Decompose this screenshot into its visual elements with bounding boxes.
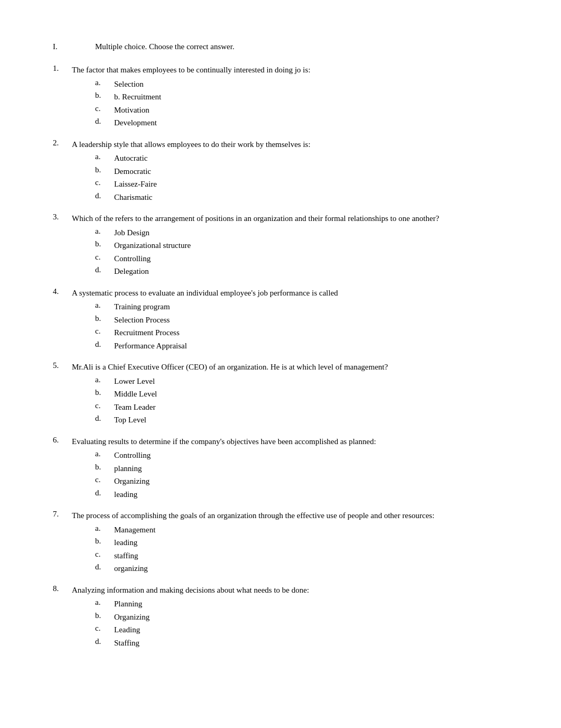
question-8-options: a.Planningb.Organizingc.Leadingd.Staffin… <box>95 598 519 649</box>
question-5-option-3-text: Team Leader <box>114 401 155 413</box>
question-8: 8.Analyzing information and making decis… <box>53 584 519 649</box>
question-8-option-2-letter: b. <box>95 611 114 620</box>
question-7-number: 7. <box>53 510 72 519</box>
section-label: I. <box>53 42 95 51</box>
question-6-number: 6. <box>53 436 72 445</box>
question-7-option-2-letter: b. <box>95 537 114 546</box>
question-6-row: 6.Evaluating results to determine if the… <box>53 436 519 448</box>
question-3-option-1: a.Job Design <box>95 227 519 239</box>
question-4-option-4: d.Performance Appraisal <box>95 340 519 352</box>
question-8-option-4-text: Staffing <box>114 637 139 649</box>
question-3-option-4: d.Delegation <box>95 265 519 278</box>
question-1: 1.The factor that makes employees to be … <box>53 64 519 129</box>
question-2-option-4: d.Charismatic <box>95 191 519 204</box>
question-5-option-1-letter: a. <box>95 375 114 384</box>
question-3-option-2-letter: b. <box>95 239 114 248</box>
question-5-row: 5.Mr.Ali is a Chief Executive Officer (C… <box>53 361 519 373</box>
question-7-option-4: d.organizing <box>95 563 519 575</box>
question-2-row: 2.A leadership style that allows employe… <box>53 139 519 151</box>
question-4-row: 4.A systematic process to evaluate an in… <box>53 287 519 299</box>
question-2-option-2-letter: b. <box>95 165 114 174</box>
question-2-option-1-text: Autocratic <box>114 152 147 164</box>
question-1-option-1-text: Selection <box>114 78 144 90</box>
question-3-option-3-text: Controlling <box>114 253 151 265</box>
question-7-option-4-letter: d. <box>95 563 114 572</box>
question-8-option-3-letter: c. <box>95 624 114 633</box>
question-3-option-4-text: Delegation <box>114 265 149 278</box>
question-6: 6.Evaluating results to determine if the… <box>53 436 519 501</box>
question-4-option-1: a.Training program <box>95 301 519 313</box>
question-6-option-1: a.Controlling <box>95 449 519 462</box>
question-8-row: 8.Analyzing information and making decis… <box>53 584 519 596</box>
question-8-option-4-letter: d. <box>95 637 114 646</box>
question-7-option-3: c.staffing <box>95 550 519 562</box>
question-5: 5.Mr.Ali is a Chief Executive Officer (C… <box>53 361 519 426</box>
question-7-options: a.Managementb.leadingc.staffingd.organiz… <box>95 524 519 575</box>
question-3-option-4-letter: d. <box>95 265 114 274</box>
question-7-option-3-text: staffing <box>114 550 138 562</box>
question-6-option-1-text: Controlling <box>114 449 151 462</box>
question-1-option-2: b.b. Recruitment <box>95 91 519 103</box>
question-5-text: Mr.Ali is a Chief Executive Officer (CEO… <box>72 361 388 373</box>
question-8-option-2-text: Organizing <box>114 611 149 623</box>
question-5-options: a.Lower Levelb.Middle Levelc.Team Leader… <box>95 375 519 426</box>
question-3-option-3: c.Controlling <box>95 253 519 265</box>
question-6-option-4-text: leading <box>114 489 137 501</box>
question-1-option-4: d.Development <box>95 117 519 129</box>
questions-container: 1.The factor that makes employees to be … <box>53 64 519 649</box>
question-4-option-4-text: Performance Appraisal <box>114 340 187 352</box>
question-4-option-1-letter: a. <box>95 301 114 310</box>
question-2-option-1: a.Autocratic <box>95 152 519 164</box>
question-6-option-3: c.Organizing <box>95 475 519 487</box>
question-7-option-1-text: Management <box>114 524 155 536</box>
question-8-option-4: d.Staffing <box>95 637 519 649</box>
question-5-option-2-letter: b. <box>95 388 114 397</box>
question-5-option-4: d.Top Level <box>95 414 519 426</box>
question-4-option-3-letter: c. <box>95 327 114 336</box>
question-4-options: a.Training programb.Selection Processc.R… <box>95 301 519 352</box>
question-2-options: a.Autocraticb.Democraticc.Laissez-Faired… <box>95 152 519 203</box>
question-3-option-2-text: Organizational structure <box>114 239 191 252</box>
question-4-text: A systematic process to evaluate an indi… <box>72 287 338 299</box>
question-3-number: 3. <box>53 213 72 222</box>
question-4-option-2: b.Selection Process <box>95 314 519 326</box>
question-3-row: 3.Which of the refers to the arrangement… <box>53 213 519 225</box>
section-text: Multiple choice. Choose the correct answ… <box>95 42 235 51</box>
question-5-number: 5. <box>53 361 72 370</box>
question-7-option-4-text: organizing <box>114 563 148 575</box>
question-8-option-3: c.Leading <box>95 624 519 636</box>
question-1-option-4-text: Development <box>114 117 157 129</box>
question-6-option-4-letter: d. <box>95 489 114 497</box>
question-7-option-3-letter: c. <box>95 550 114 559</box>
question-8-text: Analyzing information and making decisio… <box>72 584 309 596</box>
question-2-option-3: c.Laissez-Faire <box>95 178 519 190</box>
question-8-option-1: a.Planning <box>95 598 519 610</box>
question-7-option-1: a.Management <box>95 524 519 536</box>
question-2-option-3-letter: c. <box>95 178 114 187</box>
question-1-option-1: a.Selection <box>95 78 519 90</box>
question-5-option-3-letter: c. <box>95 401 114 410</box>
question-5-option-3: c.Team Leader <box>95 401 519 413</box>
question-4-option-4-letter: d. <box>95 340 114 349</box>
question-2-option-2: b.Democratic <box>95 165 519 178</box>
question-6-option-2-letter: b. <box>95 463 114 472</box>
question-7-text: The process of accomplishing the goals o… <box>72 510 434 522</box>
question-3-option-2: b.Organizational structure <box>95 239 519 252</box>
question-6-options: a.Controllingb.planningc.Organizingd.lea… <box>95 449 519 500</box>
question-7-option-2-text: leading <box>114 537 137 549</box>
question-1-option-4-letter: d. <box>95 117 114 126</box>
question-4-option-2-letter: b. <box>95 314 114 323</box>
question-5-option-2-text: Middle Level <box>114 388 157 400</box>
question-2-option-1-letter: a. <box>95 152 114 161</box>
question-5-option-4-text: Top Level <box>114 414 146 426</box>
question-1-text: The factor that makes employees to be co… <box>72 64 311 76</box>
question-6-option-2-text: planning <box>114 463 142 475</box>
question-4-option-1-text: Training program <box>114 301 170 313</box>
question-2-text: A leadership style that allows employees… <box>72 139 311 151</box>
question-1-number: 1. <box>53 64 72 73</box>
question-3: 3.Which of the refers to the arrangement… <box>53 213 519 278</box>
question-8-option-2: b.Organizing <box>95 611 519 623</box>
question-3-options: a.Job Designb.Organizational structurec.… <box>95 227 519 278</box>
question-6-text: Evaluating results to determine if the c… <box>72 436 376 448</box>
question-2-option-4-letter: d. <box>95 191 114 200</box>
